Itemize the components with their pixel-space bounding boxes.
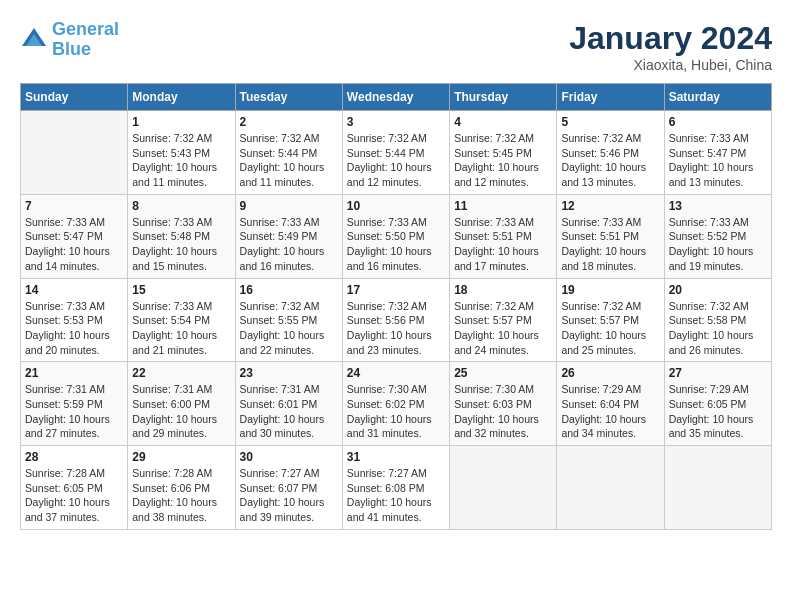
day-detail: Sunrise: 7:33 AM Sunset: 5:51 PM Dayligh…	[454, 215, 552, 274]
calendar-cell: 15Sunrise: 7:33 AM Sunset: 5:54 PM Dayli…	[128, 278, 235, 362]
calendar-cell: 1Sunrise: 7:32 AM Sunset: 5:43 PM Daylig…	[128, 111, 235, 195]
calendar-cell: 10Sunrise: 7:33 AM Sunset: 5:50 PM Dayli…	[342, 194, 449, 278]
day-number: 8	[132, 199, 230, 213]
calendar-cell: 18Sunrise: 7:32 AM Sunset: 5:57 PM Dayli…	[450, 278, 557, 362]
calendar-cell: 3Sunrise: 7:32 AM Sunset: 5:44 PM Daylig…	[342, 111, 449, 195]
day-detail: Sunrise: 7:29 AM Sunset: 6:04 PM Dayligh…	[561, 382, 659, 441]
calendar-cell: 24Sunrise: 7:30 AM Sunset: 6:02 PM Dayli…	[342, 362, 449, 446]
calendar-cell	[450, 446, 557, 530]
header-tuesday: Tuesday	[235, 84, 342, 111]
month-title: January 2024	[569, 20, 772, 57]
day-number: 17	[347, 283, 445, 297]
day-number: 1	[132, 115, 230, 129]
calendar-cell: 26Sunrise: 7:29 AM Sunset: 6:04 PM Dayli…	[557, 362, 664, 446]
calendar-cell: 25Sunrise: 7:30 AM Sunset: 6:03 PM Dayli…	[450, 362, 557, 446]
day-detail: Sunrise: 7:32 AM Sunset: 5:58 PM Dayligh…	[669, 299, 767, 358]
day-detail: Sunrise: 7:32 AM Sunset: 5:57 PM Dayligh…	[454, 299, 552, 358]
day-detail: Sunrise: 7:33 AM Sunset: 5:47 PM Dayligh…	[669, 131, 767, 190]
day-number: 15	[132, 283, 230, 297]
day-number: 23	[240, 366, 338, 380]
day-number: 9	[240, 199, 338, 213]
calendar-cell: 29Sunrise: 7:28 AM Sunset: 6:06 PM Dayli…	[128, 446, 235, 530]
day-detail: Sunrise: 7:32 AM Sunset: 5:46 PM Dayligh…	[561, 131, 659, 190]
day-detail: Sunrise: 7:31 AM Sunset: 6:00 PM Dayligh…	[132, 382, 230, 441]
calendar-cell: 13Sunrise: 7:33 AM Sunset: 5:52 PM Dayli…	[664, 194, 771, 278]
day-number: 11	[454, 199, 552, 213]
calendar-cell: 31Sunrise: 7:27 AM Sunset: 6:08 PM Dayli…	[342, 446, 449, 530]
day-detail: Sunrise: 7:33 AM Sunset: 5:47 PM Dayligh…	[25, 215, 123, 274]
logo-text: GeneralBlue	[52, 20, 119, 60]
calendar-header-row: SundayMondayTuesdayWednesdayThursdayFrid…	[21, 84, 772, 111]
calendar-cell: 5Sunrise: 7:32 AM Sunset: 5:46 PM Daylig…	[557, 111, 664, 195]
calendar-cell	[664, 446, 771, 530]
day-detail: Sunrise: 7:33 AM Sunset: 5:49 PM Dayligh…	[240, 215, 338, 274]
day-detail: Sunrise: 7:31 AM Sunset: 5:59 PM Dayligh…	[25, 382, 123, 441]
day-number: 16	[240, 283, 338, 297]
day-detail: Sunrise: 7:29 AM Sunset: 6:05 PM Dayligh…	[669, 382, 767, 441]
day-number: 12	[561, 199, 659, 213]
calendar-cell: 7Sunrise: 7:33 AM Sunset: 5:47 PM Daylig…	[21, 194, 128, 278]
calendar-week-2: 7Sunrise: 7:33 AM Sunset: 5:47 PM Daylig…	[21, 194, 772, 278]
calendar-week-4: 21Sunrise: 7:31 AM Sunset: 5:59 PM Dayli…	[21, 362, 772, 446]
header-sunday: Sunday	[21, 84, 128, 111]
calendar-week-3: 14Sunrise: 7:33 AM Sunset: 5:53 PM Dayli…	[21, 278, 772, 362]
calendar-cell: 2Sunrise: 7:32 AM Sunset: 5:44 PM Daylig…	[235, 111, 342, 195]
calendar-cell: 16Sunrise: 7:32 AM Sunset: 5:55 PM Dayli…	[235, 278, 342, 362]
day-number: 5	[561, 115, 659, 129]
day-detail: Sunrise: 7:32 AM Sunset: 5:55 PM Dayligh…	[240, 299, 338, 358]
day-detail: Sunrise: 7:33 AM Sunset: 5:48 PM Dayligh…	[132, 215, 230, 274]
day-detail: Sunrise: 7:33 AM Sunset: 5:50 PM Dayligh…	[347, 215, 445, 274]
calendar-cell: 23Sunrise: 7:31 AM Sunset: 6:01 PM Dayli…	[235, 362, 342, 446]
calendar-cell: 11Sunrise: 7:33 AM Sunset: 5:51 PM Dayli…	[450, 194, 557, 278]
calendar-cell	[557, 446, 664, 530]
title-block: January 2024 Xiaoxita, Hubei, China	[569, 20, 772, 73]
day-number: 28	[25, 450, 123, 464]
day-number: 22	[132, 366, 230, 380]
day-number: 30	[240, 450, 338, 464]
header-saturday: Saturday	[664, 84, 771, 111]
calendar-cell: 12Sunrise: 7:33 AM Sunset: 5:51 PM Dayli…	[557, 194, 664, 278]
day-detail: Sunrise: 7:33 AM Sunset: 5:51 PM Dayligh…	[561, 215, 659, 274]
day-number: 20	[669, 283, 767, 297]
day-detail: Sunrise: 7:32 AM Sunset: 5:44 PM Dayligh…	[240, 131, 338, 190]
calendar-cell	[21, 111, 128, 195]
calendar-week-5: 28Sunrise: 7:28 AM Sunset: 6:05 PM Dayli…	[21, 446, 772, 530]
day-number: 13	[669, 199, 767, 213]
day-number: 14	[25, 283, 123, 297]
day-detail: Sunrise: 7:32 AM Sunset: 5:56 PM Dayligh…	[347, 299, 445, 358]
calendar-table: SundayMondayTuesdayWednesdayThursdayFrid…	[20, 83, 772, 530]
day-detail: Sunrise: 7:27 AM Sunset: 6:07 PM Dayligh…	[240, 466, 338, 525]
day-number: 29	[132, 450, 230, 464]
calendar-cell: 27Sunrise: 7:29 AM Sunset: 6:05 PM Dayli…	[664, 362, 771, 446]
calendar-cell: 28Sunrise: 7:28 AM Sunset: 6:05 PM Dayli…	[21, 446, 128, 530]
day-number: 25	[454, 366, 552, 380]
day-detail: Sunrise: 7:33 AM Sunset: 5:52 PM Dayligh…	[669, 215, 767, 274]
day-number: 19	[561, 283, 659, 297]
location-subtitle: Xiaoxita, Hubei, China	[569, 57, 772, 73]
day-number: 31	[347, 450, 445, 464]
header-friday: Friday	[557, 84, 664, 111]
day-detail: Sunrise: 7:32 AM Sunset: 5:57 PM Dayligh…	[561, 299, 659, 358]
header-wednesday: Wednesday	[342, 84, 449, 111]
day-detail: Sunrise: 7:33 AM Sunset: 5:54 PM Dayligh…	[132, 299, 230, 358]
header-thursday: Thursday	[450, 84, 557, 111]
day-number: 3	[347, 115, 445, 129]
calendar-cell: 14Sunrise: 7:33 AM Sunset: 5:53 PM Dayli…	[21, 278, 128, 362]
day-detail: Sunrise: 7:33 AM Sunset: 5:53 PM Dayligh…	[25, 299, 123, 358]
calendar-cell: 19Sunrise: 7:32 AM Sunset: 5:57 PM Dayli…	[557, 278, 664, 362]
logo: GeneralBlue	[20, 20, 119, 60]
calendar-cell: 17Sunrise: 7:32 AM Sunset: 5:56 PM Dayli…	[342, 278, 449, 362]
page-header: GeneralBlue January 2024 Xiaoxita, Hubei…	[20, 20, 772, 73]
logo-icon	[20, 26, 48, 54]
calendar-cell: 21Sunrise: 7:31 AM Sunset: 5:59 PM Dayli…	[21, 362, 128, 446]
day-number: 7	[25, 199, 123, 213]
day-number: 24	[347, 366, 445, 380]
day-detail: Sunrise: 7:32 AM Sunset: 5:43 PM Dayligh…	[132, 131, 230, 190]
day-number: 18	[454, 283, 552, 297]
day-detail: Sunrise: 7:32 AM Sunset: 5:45 PM Dayligh…	[454, 131, 552, 190]
day-detail: Sunrise: 7:27 AM Sunset: 6:08 PM Dayligh…	[347, 466, 445, 525]
day-number: 4	[454, 115, 552, 129]
day-detail: Sunrise: 7:30 AM Sunset: 6:02 PM Dayligh…	[347, 382, 445, 441]
calendar-cell: 22Sunrise: 7:31 AM Sunset: 6:00 PM Dayli…	[128, 362, 235, 446]
day-detail: Sunrise: 7:30 AM Sunset: 6:03 PM Dayligh…	[454, 382, 552, 441]
